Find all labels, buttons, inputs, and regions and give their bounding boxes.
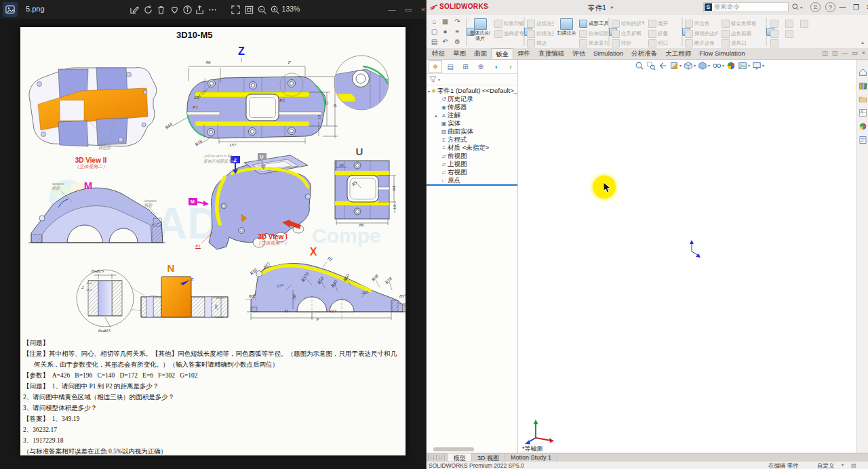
ribbon-button[interactable] [770,39,779,47]
ribbon-button[interactable]: 简单直孔 [578,39,608,47]
quick-access-icon[interactable]: ≡ [452,27,462,36]
ribbon-button[interactable]: 折叠 [648,29,672,38]
quick-access-icon[interactable]: ↷ [452,17,462,26]
ribbon-tab[interactable]: 评估 [568,48,589,59]
ribbon-tab[interactable]: 草图 [449,48,470,59]
ribbon-tab[interactable]: Flow Simulation [695,48,749,59]
graphics-area[interactable]: ▾ ▾ ▾ ▾ ▾ ▾ *等轴测 [521,60,856,453]
design-library-icon[interactable] [858,80,868,91]
minimize-button[interactable]: — [384,0,400,19]
ribbon-button[interactable]: 拉伸切除 [578,29,608,38]
quick-access-icon[interactable]: ⌂ [429,17,439,26]
zoom-area-icon[interactable] [646,61,656,70]
ribbon-button[interactable] [608,18,610,46]
ribbon-button[interactable] [785,19,794,28]
ribbon-button[interactable] [682,18,683,46]
ribbon-tab[interactable]: 曲面 [470,48,491,59]
sw-minimize-button[interactable]: — [836,0,849,14]
panel-hscrollbar-thumb[interactable] [433,447,474,451]
quick-access-icon[interactable]: ⚙ [452,37,462,46]
ribbon-button[interactable]: 扫描法兰 [556,17,577,47]
ribbon-button[interactable] [766,18,767,46]
maximize-button[interactable]: ▭ [400,0,416,19]
command-search-box[interactable]: S 搜索命令 [703,2,789,12]
display-style-icon[interactable]: ▾ [698,61,710,70]
panel-tab-icon[interactable]: ⊕ [474,60,488,73]
tree-item[interactable]: ▨ 曲面实体 [427,127,517,136]
search-magnifier-icon[interactable]: ▾ [791,3,802,11]
quick-access-icon[interactable]: ▤ [429,37,439,46]
document-window-icon[interactable]: ▭ [852,49,858,56]
ribbon-button[interactable] [524,18,525,46]
ribbon-button[interactable]: 转换到钣金 [494,19,525,28]
document-title-arrow[interactable]: ▸ [611,4,614,10]
quick-access-icon[interactable]: ● [440,27,450,36]
view-palette-icon[interactable] [858,107,868,118]
ribbon-collapse-icon[interactable]: ▴ [861,39,864,45]
sw-restore-button[interactable]: ❐ [850,0,863,14]
panel-tab-icon[interactable]: ◑ [489,60,502,73]
tree-item[interactable]: Σ 方程式 [427,136,517,144]
sw-close-button[interactable]: ✕ [863,0,868,14]
solidworks-resources-icon[interactable] [858,66,868,77]
ribbon-button[interactable] [770,29,779,38]
status-tag-icon[interactable]: ▤ [851,462,856,468]
document-window-icon[interactable]: ◫ [822,49,828,56]
photo-canvas[interactable]: 3D10-M5 AD Compe [0,19,426,469]
rollback-bar[interactable] [427,184,517,186]
panel-tab-icon[interactable]: ❖ [429,60,442,73]
tree-item[interactable]: ∟ 原点 [427,176,517,184]
ribbon-tab[interactable]: 大工程师 [661,48,695,59]
ribbon-button[interactable]: 焊接的边角 [684,29,718,38]
appearances-scenes-icon[interactable] [858,121,868,131]
ribbon-button[interactable]: 断开边角 [684,39,718,47]
document-window-icon[interactable]: ◫ [832,49,838,56]
ribbon-button[interactable]: 褶边 [526,39,555,47]
drawing-page[interactable]: 3D10-M5 AD Compe [20,27,406,455]
quick-access-icon[interactable]: ▢ [429,27,439,36]
ribbon-button[interactable] [466,18,467,46]
tree-item[interactable]: ▸ A 注解 [427,111,517,119]
flyout-arrow-icon[interactable]: ▸ [486,4,489,10]
ribbon-button[interactable]: 转折 [611,39,645,47]
edit-appearance-icon[interactable] [726,61,736,70]
tree-item[interactable]: ≡ 材质 <未指定> [427,144,517,152]
file-explorer-icon[interactable] [858,94,868,104]
previous-view-icon[interactable] [658,61,667,70]
status-custom-caret-icon[interactable]: ▾ [842,462,844,467]
user-account-icon[interactable] [810,2,821,12]
ribbon-button[interactable]: 钣金角撑板 [721,19,757,28]
tree-item[interactable]: ▱ 右视图 [427,168,517,176]
quick-access-icon[interactable]: ↶ [440,37,450,46]
ribbon-tab[interactable]: 分析准备 [627,48,661,59]
tree-item[interactable]: ↺ 历史记录 [427,95,517,103]
quick-access-icon[interactable]: ▦ [440,17,450,26]
tree-root-item[interactable]: ▾ ❖ 零件1 (Default) <<Default>_Photo [427,87,517,95]
panel-tab-icon[interactable]: ▤ [443,60,457,73]
ribbon-button[interactable]: 绘制的折弯 [611,19,645,28]
document-window-icon[interactable]: × [862,49,865,56]
document-window-icon[interactable]: — [842,49,848,56]
expand-arrow-icon[interactable]: ▸ [435,113,440,118]
help-icon[interactable]: ? [825,2,835,12]
ribbon-button[interactable]: 边角剪裁 [721,29,757,38]
ribbon-button[interactable]: 交叉折断 [611,29,645,38]
tab-resize-grip[interactable] [428,455,447,460]
custom-properties-icon[interactable] [858,134,868,145]
tree-filter-row[interactable]: ▾ [427,74,517,85]
tree-item[interactable]: ▱ 前视图 [427,152,517,160]
ribbon-tab[interactable]: 焊件 [513,48,534,59]
ribbon-button[interactable]: 放样折弯 [494,29,525,38]
view-orientation-icon[interactable]: ▾ [684,61,696,70]
ribbon-button[interactable]: 斜接法兰 [526,29,555,38]
ribbon-tab[interactable]: Simulation [589,48,627,59]
tree-item[interactable]: ◉ 传感器 [427,103,517,111]
ribbon-button[interactable] [770,19,779,28]
ribbon-tab[interactable]: 直接编辑 [534,48,568,59]
ribbon-button[interactable]: 通风口 [721,39,757,47]
panel-tab-icon[interactable]: › [504,60,517,73]
ribbon-button[interactable]: 成形工具 [578,19,608,28]
ribbon-tab[interactable]: 钣金 [491,48,513,59]
ribbon-button[interactable]: 基体法兰/薄片 [469,17,492,47]
ribbon-button[interactable]: 闭合角 [684,19,718,28]
